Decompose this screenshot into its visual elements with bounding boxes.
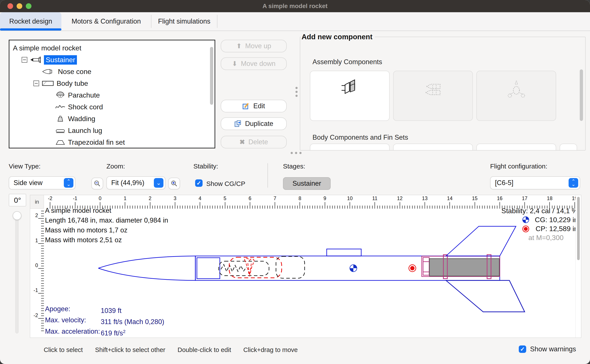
fin-set-icon	[55, 138, 66, 146]
duplicate-icon	[234, 120, 241, 127]
tab-motors-configuration[interactable]: Motors & Configuration	[61, 12, 151, 31]
flight-config-label: Flight configuration:	[490, 162, 547, 170]
assembly-components-heading: Assembly Components	[313, 58, 382, 66]
zoom-in-button[interactable]	[168, 178, 180, 189]
tree-item-sustainer[interactable]: Sustainer	[9, 54, 215, 66]
tree-item-shock-cord[interactable]: Shock cord	[9, 101, 215, 113]
stage-icon	[30, 56, 43, 64]
add-panel-scrollbar[interactable]	[580, 69, 583, 121]
arrow-up-icon: ⬆	[236, 43, 242, 49]
canvas-scrollbar[interactable]	[575, 195, 581, 338]
cp-value: CP: 12,589 in	[536, 225, 578, 233]
rocket-info-block: A simple model rocket Length 16,748 in, …	[45, 206, 168, 245]
zoom-select[interactable]: Fit (44,9%) ⌄	[107, 176, 165, 189]
rotation-slider-thumb[interactable]	[13, 211, 21, 220]
mach-condition: at M=0,300	[528, 234, 563, 242]
body-components-heading: Body Components and Fin Sets	[313, 134, 408, 141]
move-down-button[interactable]: ⬇ Move down	[221, 57, 287, 70]
tree-item-wadding[interactable]: Wadding	[9, 113, 215, 125]
tree-item-nose-cone[interactable]: Nose cone	[9, 66, 215, 78]
shock-cord-icon	[55, 103, 66, 111]
tree-item-rocket-root[interactable]: A simple model rocket	[9, 42, 215, 54]
stages-label: Stages:	[283, 162, 305, 170]
tree-item-launch-lug[interactable]: Launch lug	[9, 125, 215, 136]
tree-item-trapezoidal-fin-set[interactable]: Trapezoidal fin set	[9, 136, 215, 148]
tree-scrollbar[interactable]	[210, 47, 213, 105]
cg-value: CG: 10,229 in	[535, 216, 578, 224]
canvas-scrollbar-thumb[interactable]	[577, 197, 580, 260]
hint-bar: Click to select Shift+click to select ot…	[44, 344, 298, 355]
select-spinner-icon: ⌃⌄	[569, 178, 578, 188]
duplicate-button[interactable]: Duplicate	[221, 117, 287, 130]
flight-config-select[interactable]: [C6-5] ⌃⌄	[490, 176, 580, 189]
component-tree: A simple model rocket Sustainer Nose con…	[9, 40, 215, 148]
body-component-card[interactable]	[393, 143, 473, 150]
controls-separator	[268, 163, 268, 188]
tab-flight-simulations[interactable]: Flight simulations	[151, 12, 217, 31]
fin-lower	[446, 280, 525, 312]
cg-marker	[350, 265, 357, 272]
vertical-splitter-handle[interactable]	[295, 87, 298, 97]
title-bar: A simple model rocket	[0, 0, 590, 12]
nose-cone-outline	[98, 256, 195, 280]
flight-stats-block: Apogee:1039 ft Max. velocity:311 ft/s (M…	[45, 304, 164, 338]
add-pods-button[interactable]: Pods	[476, 71, 556, 121]
view-type-label: View Type:	[9, 162, 41, 170]
stability-value: Stability: 2,4 cal / 14,1 %	[502, 207, 578, 215]
show-cgcp-label: Show CG/CP	[206, 180, 245, 188]
select-spinner-icon: ⌃⌄	[64, 178, 74, 188]
body-component-card[interactable]	[560, 143, 577, 150]
tree-item-body-tube[interactable]: Body tube	[9, 78, 215, 89]
show-cgcp-checkbox[interactable]: ✓	[195, 179, 202, 187]
body-component-card[interactable]	[310, 143, 390, 150]
shock-cord-zigzag	[221, 265, 247, 272]
shock-cord-outline	[219, 261, 269, 276]
add-component-panel: Add new component Assembly Components St…	[300, 33, 586, 150]
stability-label: Stability:	[193, 162, 218, 170]
nose-cone-icon	[42, 68, 55, 75]
launch-lug-outline	[327, 249, 361, 256]
openrocket-window: A simple model rocket Rocket design Moto…	[0, 0, 590, 364]
stage-toggle-sustainer[interactable]: Sustainer	[283, 177, 331, 190]
view-type-select[interactable]: Side view ⌃⌄	[9, 176, 75, 189]
edit-button[interactable]: Edit	[221, 100, 287, 112]
body-component-card[interactable]	[476, 143, 556, 150]
add-stage-button[interactable]: Stage	[310, 71, 390, 121]
launch-lug-icon	[55, 127, 66, 134]
stage-assembly-icon	[337, 79, 363, 101]
delete-button[interactable]: ✖ Delete	[221, 136, 287, 148]
zoom-label: Zoom:	[107, 162, 125, 170]
arrow-down-icon: ⬇	[232, 60, 237, 67]
collapse-icon[interactable]	[22, 57, 27, 63]
nose-shoulder	[197, 258, 220, 279]
add-boosters-button[interactable]: Boosters	[393, 71, 473, 121]
selected-tree-label: Sustainer	[44, 55, 77, 65]
move-up-button[interactable]: ⬆ Move up	[221, 40, 287, 52]
body-tube-icon	[42, 80, 54, 87]
rotation-angle-display: 0°	[9, 194, 26, 207]
zoom-out-icon	[94, 180, 101, 187]
show-warnings-checkbox[interactable]: ✓	[519, 345, 526, 353]
stability-block: Stability: 2,4 cal / 14,1 % CG: 10,229 i…	[502, 207, 578, 242]
tab-separator	[217, 15, 217, 28]
edit-icon	[242, 102, 250, 110]
rocket-canvas[interactable]: -2-1012345678910111213141516171819 210-1…	[30, 195, 581, 338]
zoom-out-button[interactable]	[91, 178, 103, 189]
collapse-icon[interactable]	[34, 80, 39, 86]
horizontal-splitter-handle[interactable]	[291, 152, 302, 154]
cp-marker	[409, 265, 416, 272]
motor	[429, 259, 499, 276]
parachute-outline	[229, 257, 282, 278]
zoom-in-icon	[171, 180, 178, 187]
chevron-down-icon: ⌄	[154, 178, 163, 188]
tab-rocket-design[interactable]: Rocket design	[0, 12, 61, 31]
show-warnings-label: Show warnings	[530, 345, 576, 353]
tree-item-parachute[interactable]: Parachute	[9, 89, 215, 101]
rotation-slider-track[interactable]	[15, 216, 19, 333]
add-component-title: Add new component	[301, 33, 375, 41]
main-tab-bar: Rocket design Motors & Configuration Fli…	[0, 12, 590, 31]
parachute-icon	[55, 91, 66, 99]
window-title: A simple model rocket	[0, 0, 590, 12]
pods-icon	[503, 79, 530, 101]
active-tab-underline	[0, 28, 61, 31]
